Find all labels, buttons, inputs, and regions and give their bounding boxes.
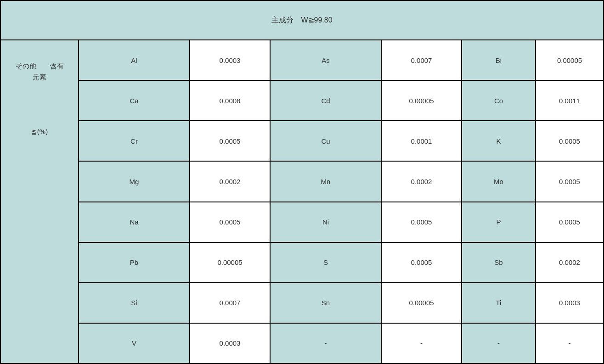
row-header-line2: 元素 — [16, 72, 64, 83]
element-cell: - — [271, 324, 382, 363]
element-cell: S — [271, 243, 382, 282]
table-body: その他 含有 元素 ≦(%) Al0.0003As0.0007Bi0.00005… — [1, 40, 603, 363]
element-cell: K — [462, 121, 536, 161]
value-cell: 0.00005 — [382, 283, 462, 323]
table-row: Si0.0007Sn0.00005Ti0.0003 — [79, 283, 603, 324]
value-cell: - — [382, 324, 462, 363]
table-row: Na0.0005Ni0.0005P0.0005 — [79, 202, 603, 243]
value-cell: 0.0001 — [382, 121, 462, 161]
element-cell: As — [271, 40, 382, 80]
table-row: Al0.0003As0.0007Bi0.00005 — [79, 40, 603, 81]
value-cell: 0.0005 — [536, 121, 603, 161]
element-cell: Pb — [79, 243, 190, 282]
data-grid: Al0.0003As0.0007Bi0.00005Ca0.0008Cd0.000… — [79, 40, 603, 363]
value-cell: - — [536, 324, 603, 363]
value-cell: 0.0002 — [382, 162, 462, 201]
element-cell: Bi — [462, 40, 536, 80]
element-cell: - — [462, 324, 536, 363]
value-cell: 0.0005 — [190, 202, 271, 242]
value-cell: 0.0011 — [536, 81, 603, 120]
element-cell: Cr — [79, 121, 190, 161]
table-row: V0.0003---- — [79, 324, 603, 363]
element-cell: Si — [79, 283, 190, 323]
element-cell: Ni — [271, 202, 382, 242]
element-cell: Cu — [271, 121, 382, 161]
row-header-bottom: ≦(%) — [31, 128, 48, 136]
value-cell: 0.0003 — [190, 324, 271, 363]
element-cell: Mg — [79, 162, 190, 201]
element-cell: Ca — [79, 81, 190, 120]
value-cell: 0.00005 — [190, 243, 271, 282]
element-cell: Sb — [462, 243, 536, 282]
row-header-column: その他 含有 元素 ≦(%) — [1, 40, 79, 363]
value-cell: 0.0002 — [536, 243, 603, 282]
header-text: 主成分 W≧99.80 — [271, 16, 332, 25]
value-cell: 0.0003 — [536, 283, 603, 323]
value-cell: 0.0005 — [536, 202, 603, 242]
element-cell: Na — [79, 202, 190, 242]
table-row: Ca0.0008Cd0.00005Co0.0011 — [79, 81, 603, 121]
value-cell: 0.0005 — [382, 243, 462, 282]
value-cell: 0.0005 — [190, 121, 271, 161]
value-cell: 0.0007 — [190, 283, 271, 323]
value-cell: 0.00005 — [382, 81, 462, 120]
element-cell: Cd — [271, 81, 382, 120]
element-cell: Sn — [271, 283, 382, 323]
value-cell: 0.00005 — [536, 40, 603, 80]
value-cell: 0.0002 — [190, 162, 271, 201]
element-cell: Co — [462, 81, 536, 120]
table-row: Cr0.0005Cu0.0001K0.0005 — [79, 121, 603, 162]
value-cell: 0.0007 — [382, 40, 462, 80]
row-header-top: その他 含有 元素 — [16, 61, 64, 83]
composition-table: 主成分 W≧99.80 その他 含有 元素 ≦(%) Al0.0003As0.0… — [0, 0, 604, 364]
element-cell: Ti — [462, 283, 536, 323]
value-cell: 0.0005 — [382, 202, 462, 242]
element-cell: V — [79, 324, 190, 363]
table-row: Mg0.0002Mn0.0002Mo0.0005 — [79, 162, 603, 202]
value-cell: 0.0008 — [190, 81, 271, 120]
row-header-line1: その他 含有 — [16, 61, 64, 72]
value-cell: 0.0005 — [536, 162, 603, 201]
element-cell: P — [462, 202, 536, 242]
value-cell: 0.0003 — [190, 40, 271, 80]
element-cell: Al — [79, 40, 190, 80]
table-header: 主成分 W≧99.80 — [1, 1, 603, 40]
element-cell: Mo — [462, 162, 536, 201]
element-cell: Mn — [271, 162, 382, 201]
table-row: Pb0.00005S0.0005Sb0.0002 — [79, 243, 603, 283]
